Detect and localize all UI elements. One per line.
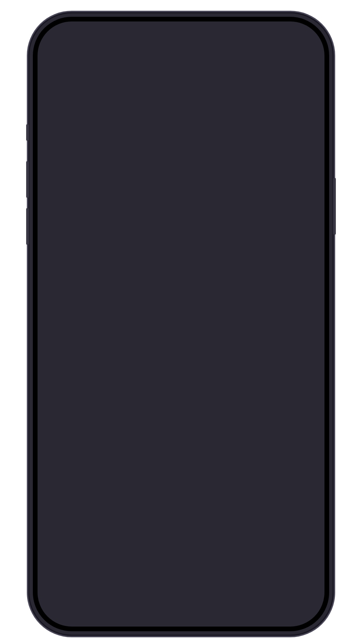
silent-bell-icon <box>96 32 108 46</box>
sort-arrows-icon <box>51 591 66 605</box>
phone-screen: 13:26 92 <box>38 21 324 627</box>
battery-indicator: 92 <box>284 34 304 44</box>
home-indicator[interactable] <box>134 619 228 622</box>
status-left: 13:26 <box>51 32 108 46</box>
phone-silent-switch <box>26 124 29 141</box>
dynamic-island <box>138 30 224 56</box>
question-mark-icon: ? <box>80 136 96 167</box>
thumbnail-size-label: 79 KB <box>103 107 126 117</box>
camera-lens <box>208 39 216 47</box>
phone-volume-up <box>26 161 29 198</box>
file-thumbnail[interactable]: 79 KB ? <box>45 104 130 199</box>
phone-volume-down <box>26 208 29 245</box>
phone-power-button <box>333 178 336 235</box>
total-size-label: 79 KB <box>166 597 195 609</box>
cellular-signal-icon <box>254 35 265 43</box>
back-button[interactable] <box>44 56 61 73</box>
wifi-icon <box>269 33 280 45</box>
status-time: 13:26 <box>64 33 94 46</box>
thumbnail-header: 79 KB <box>45 104 130 120</box>
battery-level: 92 <box>284 34 302 44</box>
section-label: Boyut <box>38 87 324 99</box>
thumbnail-highlight-box: 79 KB ? <box>40 101 143 214</box>
content-area: Boyut 79 KB ? <box>38 83 324 214</box>
chevron-left-icon <box>48 57 57 72</box>
status-right: 92 <box>254 33 311 45</box>
svg-point-0 <box>52 592 65 605</box>
sort-button[interactable] <box>50 590 67 606</box>
select-button[interactable]: Seç <box>287 56 314 73</box>
